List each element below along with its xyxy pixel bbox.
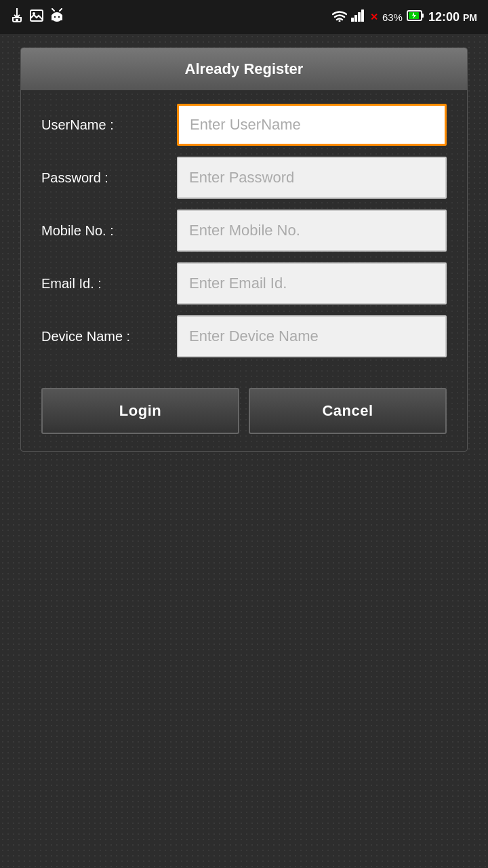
svg-point-6: [58, 16, 60, 18]
android-icon: [50, 8, 64, 26]
svg-rect-0: [16, 19, 18, 22]
svg-rect-12: [358, 12, 361, 22]
mobile-label: Mobile No. :: [41, 223, 177, 239]
svg-rect-4: [52, 15, 62, 20]
svg-rect-16: [422, 14, 424, 18]
battery-icon: [407, 10, 424, 24]
battery-percentage: 63%: [382, 12, 403, 23]
dialog-title-bar: Already Register: [21, 48, 467, 90]
device-name-label: Device Name :: [41, 329, 177, 344]
password-input[interactable]: [177, 157, 447, 199]
email-label: Email Id. :: [41, 276, 177, 292]
email-input[interactable]: [177, 262, 447, 304]
username-input[interactable]: [177, 104, 447, 146]
username-label: UserName :: [41, 117, 177, 133]
login-button[interactable]: Login: [41, 388, 239, 434]
mobile-row: Mobile No. :: [41, 210, 447, 252]
device-name-row: Device Name :: [41, 315, 447, 357]
no-signal-icon: ✕: [370, 12, 378, 22]
username-row: UserName :: [41, 104, 447, 146]
svg-point-9: [338, 20, 340, 22]
cancel-button[interactable]: Cancel: [249, 388, 447, 434]
svg-rect-13: [361, 9, 364, 22]
svg-point-5: [54, 16, 56, 18]
wifi-icon: [332, 9, 347, 24]
svg-line-8: [60, 9, 62, 11]
image-icon: [30, 9, 43, 24]
usb-icon: [11, 8, 23, 26]
mobile-input[interactable]: [177, 210, 447, 252]
main-content: Already Register UserName : Password : M…: [0, 34, 488, 868]
svg-line-7: [52, 9, 54, 11]
svg-rect-10: [351, 18, 354, 22]
status-time: 12:00 PM: [428, 10, 477, 24]
password-label: Password :: [41, 170, 177, 186]
dialog-title: Already Register: [185, 60, 304, 77]
device-name-input[interactable]: [177, 315, 447, 357]
signal-icon: [351, 9, 366, 24]
dialog-card: Already Register UserName : Password : M…: [20, 47, 468, 452]
email-row: Email Id. :: [41, 262, 447, 304]
status-bar-left: [11, 8, 64, 26]
form-area: UserName : Password : Mobile No. : Email…: [21, 90, 467, 385]
password-row: Password :: [41, 157, 447, 199]
svg-rect-11: [354, 15, 357, 22]
buttons-row: Login Cancel: [21, 385, 467, 451]
status-bar: ✕ 63% 12:00 PM: [0, 0, 488, 34]
status-bar-right: ✕ 63% 12:00 PM: [332, 9, 477, 24]
